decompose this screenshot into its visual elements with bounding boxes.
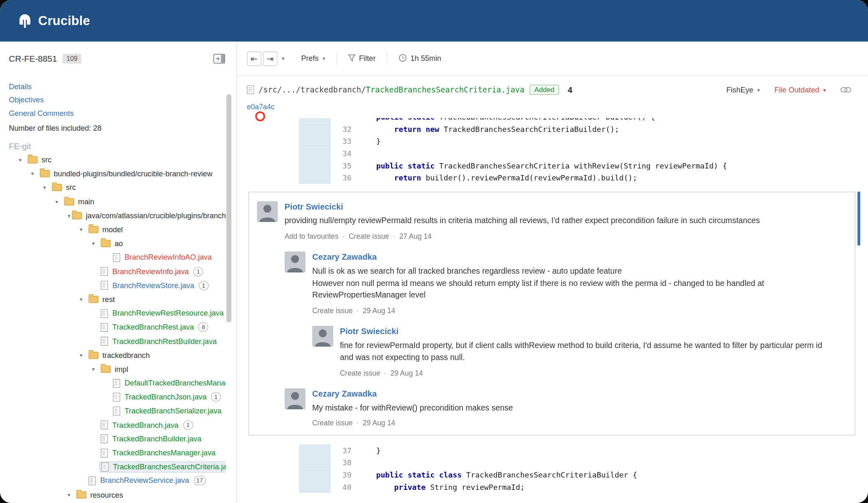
filter-funnel-icon <box>348 54 355 63</box>
chevron-down-icon[interactable]: ▾ <box>92 366 101 372</box>
chevron-down-icon[interactable]: ▾ <box>67 491 76 498</box>
code-line-34[interactable]: 34 <box>237 148 868 160</box>
comment-meta: Create issue·29 Aug 14 <box>340 369 845 377</box>
line-number: 35 <box>331 159 358 172</box>
chevron-down-icon[interactable]: ▾ <box>55 198 64 205</box>
code-line-36[interactable]: 36 return builder().reviewPermaId(review… <box>237 172 868 184</box>
tree-folder-model[interactable]: ▾model <box>9 223 226 237</box>
code-line-39[interactable]: 39 public static class TrackedBranchesSe… <box>237 469 868 481</box>
code-block-lower: 37 }3839 public static class TrackedBran… <box>237 444 868 493</box>
tree-file-trackedbranchrestbuilder-java[interactable]: TrackedBranchRestBuilder.java <box>9 334 226 348</box>
tree-file-trackedbranchjson-java[interactable]: TrackedBranchJson.java1 <box>9 390 226 404</box>
comment-action-create-issue[interactable]: Create issue <box>312 306 352 314</box>
tree-folder-impl[interactable]: ▾impl <box>9 362 226 376</box>
comment-author[interactable]: Piotr Swiecicki <box>340 326 845 336</box>
tree-label: java/com/atlassian/crucible/plugins/bran… <box>86 212 226 220</box>
prefs-menu[interactable]: Prefs ▾ <box>301 54 325 62</box>
comment-action-create-issue[interactable]: Create issue <box>349 232 389 240</box>
code-line-38[interactable]: 38 <box>237 457 868 469</box>
filter-button[interactable]: Filter <box>348 54 375 63</box>
tree-folder-trackedbranch[interactable]: ▾trackedbranch <box>9 348 226 362</box>
diff-added-gutter <box>299 135 331 148</box>
collapse-panel-icon[interactable] <box>213 54 226 64</box>
filter-label: Filter <box>359 54 375 62</box>
review-count-badge: 109 <box>62 54 81 64</box>
file-nav-dropdown-caret-icon[interactable]: ▾ <box>282 55 285 62</box>
comment-meta: Add to favourites·Create issue·27 Aug 14 <box>285 232 845 240</box>
tree-folder-rest[interactable]: ▾rest <box>9 293 226 307</box>
comment-action-create-issue[interactable]: Create issue <box>340 369 380 377</box>
app-brand[interactable]: Crucible <box>38 13 90 28</box>
tree-label: resources <box>90 491 123 499</box>
tree-file-branchreviewinfoao-java[interactable]: BranchReviewInfoAO.java <box>9 251 226 265</box>
tree-file-trackedbranchessearchcriteria-java[interactable]: TrackedBranchesSearchCriteria.java <box>9 460 226 474</box>
tree-file-branchreviewservice-java[interactable]: BranchReviewService.java17 <box>9 474 226 488</box>
fisheye-menu[interactable]: FishEye ▾ <box>726 85 760 94</box>
tree-file-trackedbranch-java[interactable]: TrackedBranch.java1 <box>9 418 226 432</box>
code-text: public static TrackedBranchesSearchCrite… <box>358 159 727 172</box>
comment-author[interactable]: Cezary Zawadka <box>312 252 845 261</box>
code-line-33[interactable]: 33 } <box>237 135 868 148</box>
app-header: Crucible <box>0 0 868 42</box>
scrollbar-thumb[interactable] <box>226 94 231 322</box>
code-line[interactable]: public static TrackedBranchesSearchCrite… <box>237 118 868 123</box>
chevron-down-icon[interactable]: ▾ <box>67 212 72 219</box>
code-text: private String reviewPermaId; <box>358 481 525 493</box>
content-area: CR-FE-8851 109 DetailsObjectivesGeneral … <box>0 42 868 503</box>
file-path[interactable]: /src/.../trackedbranch/TrackedBranchesSe… <box>258 85 524 95</box>
comment-author[interactable]: Piotr Swiecicki <box>285 202 845 211</box>
prev-file-button[interactable]: ⇤ <box>247 51 261 66</box>
tree-folder-main[interactable]: ▾main <box>9 195 226 209</box>
diff-gutter <box>237 172 299 184</box>
link-icon[interactable] <box>840 85 852 95</box>
diff-gutter <box>237 457 299 469</box>
diff-added-gutter <box>299 148 331 160</box>
sidebar-link-details[interactable]: Details <box>9 83 237 91</box>
chevron-down-icon[interactable]: ▾ <box>80 226 89 233</box>
tree-file-trackedbranchserializer-java[interactable]: TrackedBranchSerializer.java <box>9 404 226 418</box>
chevron-down-icon[interactable]: ▾ <box>80 352 89 358</box>
chevron-down-icon[interactable]: ▾ <box>80 296 89 302</box>
chevron-down-icon[interactable]: ▾ <box>19 157 28 163</box>
tree-file-trackedbranchbuilder-java[interactable]: TrackedBranchBuilder.java <box>9 432 226 446</box>
time-spent-menu[interactable]: 1h 55min <box>398 53 442 63</box>
crucible-logo-icon[interactable] <box>16 12 33 29</box>
file-icon <box>101 267 108 276</box>
tree-file-defaulttrackedbranchesmanager-java[interactable]: DefaultTrackedBranchesManager.java <box>9 376 226 390</box>
tree-folder-java-com-atlassian-crucible-plugins-branch[interactable]: ▾java/com/atlassian/crucible/plugins/bra… <box>9 209 226 223</box>
chevron-down-icon[interactable]: ▾ <box>92 240 101 247</box>
tree-label: model <box>102 226 123 234</box>
comment-author[interactable]: Cezary Zawadka <box>312 389 845 398</box>
tree-file-branchreviewstore-java[interactable]: BranchReviewStore.java1 <box>9 279 226 293</box>
tree-folder-src[interactable]: ▾src <box>9 153 226 167</box>
comment-action-add-to-favourites[interactable]: Add to favourites <box>285 232 338 240</box>
line-number: 34 <box>331 148 358 160</box>
file-outdated-menu[interactable]: File Outdated ▾ <box>774 85 826 94</box>
code-line-37[interactable]: 37 } <box>237 444 868 457</box>
tree-file-branchreviewrestresource-java[interactable]: BranchReviewRestResource.java <box>9 307 226 321</box>
tree-folder-ao[interactable]: ▾ao <box>9 237 226 251</box>
tree-file-trackedbranchrest-java[interactable]: TrackedBranchRest.java8 <box>9 320 226 334</box>
sidebar-link-objectives[interactable]: Objectives <box>9 96 237 104</box>
tree-file-branchreviewinfo-java[interactable]: BranchReviewInfo.java1 <box>9 265 226 279</box>
code-line-40[interactable]: 40 private String reviewPermaId; <box>237 481 868 493</box>
sidebar-link-general-comments[interactable]: General Comments <box>9 109 237 118</box>
tree-label: trackedbranch <box>102 351 150 359</box>
comment-date: 29 Aug 14 <box>363 306 395 314</box>
tree-folder-bundled-plugins-bundled-crucible-branch-review[interactable]: ▾bundled-plugins/bundled/crucible-branch… <box>9 167 226 181</box>
code-line-35[interactable]: 35 public static TrackedBranchesSearchCr… <box>237 159 868 172</box>
clock-icon <box>398 53 407 63</box>
next-file-button[interactable]: ⇥ <box>263 51 277 66</box>
count-badge: 17 <box>193 476 206 485</box>
comment-action-create-issue[interactable]: Create issue <box>312 419 352 427</box>
folder-icon <box>28 156 37 164</box>
revision-link[interactable]: e0a7a4c <box>247 102 274 111</box>
tree-file-trackedbranchesmanager-java[interactable]: TrackedBranchesManager.java <box>9 446 226 460</box>
chevron-down-icon[interactable]: ▾ <box>31 171 40 177</box>
tree-folder-src[interactable]: ▾src <box>9 181 226 195</box>
comment-text: providing null/empty reviewPermaId resul… <box>285 215 845 227</box>
tree-folder-resources[interactable]: ▾resources <box>9 488 226 502</box>
folder-icon <box>101 240 111 247</box>
code-line-32[interactable]: 32 return new TrackedBranchesSearchCrite… <box>237 123 868 135</box>
chevron-down-icon[interactable]: ▾ <box>43 185 52 191</box>
